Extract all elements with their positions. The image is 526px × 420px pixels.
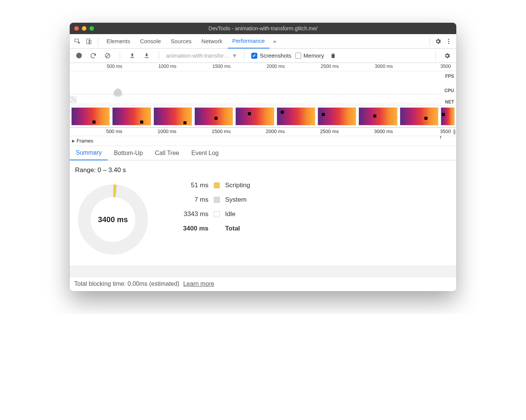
- overview-fps-label: FPS: [445, 74, 454, 79]
- checkbox-unchecked-icon: [295, 53, 301, 59]
- screenshot-thumb[interactable]: [400, 107, 438, 125]
- details-subtabs: Summary Bottom-Up Call Tree Event Log: [70, 146, 456, 160]
- scrollbar-thumb[interactable]: [453, 129, 456, 135]
- tab-label: Sources: [171, 38, 192, 44]
- performance-toolbar: animation-with-transfor… ▼ ✔ Screenshots…: [70, 49, 456, 63]
- separator: [159, 51, 159, 60]
- separator: [120, 51, 120, 60]
- tabs-overflow-button[interactable]: »: [270, 34, 279, 49]
- timeline-overview[interactable]: 500 ms 1000 ms 1500 ms 2000 ms 2500 ms 3…: [70, 63, 456, 128]
- summary-range: Range: 0 – 3.40 s: [75, 166, 451, 174]
- summary-legend: 51 ms Scripting 7 ms System 3343 ms Idle…: [178, 182, 250, 232]
- summary-donut-chart: 3400 ms: [75, 182, 151, 257]
- legend-label: System: [225, 196, 250, 204]
- device-toolbar-icon[interactable]: [83, 36, 94, 47]
- summary-panel: Range: 0 – 3.40 s 3400 ms 51 ms Scriptin…: [70, 160, 456, 266]
- minimize-window-button[interactable]: [82, 26, 86, 31]
- overview-ruler: 500 ms 1000 ms 1500 ms 2000 ms 2500 ms 3…: [70, 63, 456, 71]
- screenshot-thumb[interactable]: [153, 107, 192, 125]
- overview-divider: [70, 94, 441, 94]
- filmstrip: [70, 105, 456, 127]
- learn-more-link[interactable]: Learn more: [183, 281, 214, 287]
- kebab-menu-icon[interactable]: [443, 36, 454, 47]
- flamechart-area[interactable]: 500 ms 1000 ms 1500 ms 2000 ms 2500 ms 3…: [70, 128, 456, 146]
- record-button[interactable]: [74, 50, 84, 61]
- ruler-tick: 500 ms: [106, 129, 124, 134]
- memory-checkbox[interactable]: Memory: [295, 52, 324, 59]
- flamechart-ruler: 500 ms 1000 ms 1500 ms 2000 ms 2500 ms 3…: [70, 128, 456, 136]
- checkbox-checked-icon: ✔: [251, 53, 257, 59]
- subtab-label: Event Log: [191, 150, 219, 157]
- screenshot-thumb[interactable]: [235, 107, 274, 125]
- screenshots-checkbox[interactable]: ✔ Screenshots: [251, 52, 291, 59]
- titlebar: DevTools - animation-with-transform.glit…: [70, 23, 456, 34]
- screenshot-thumb[interactable]: [318, 107, 356, 125]
- separator: [429, 37, 430, 46]
- legend-label: Scripting: [225, 182, 250, 189]
- tab-label: Elements: [106, 38, 130, 44]
- inspect-element-icon[interactable]: [72, 36, 83, 47]
- ruler-tick: 1500 ms: [212, 129, 232, 134]
- screenshot-thumb[interactable]: [277, 107, 315, 125]
- footer-bar: Total blocking time: 0.00ms (estimated) …: [70, 276, 456, 291]
- screenshot-thumb[interactable]: [358, 107, 397, 125]
- screenshot-thumb[interactable]: [71, 107, 110, 125]
- subtab-call-tree[interactable]: Call Tree: [149, 146, 185, 160]
- legend-value: 3343 ms: [178, 210, 208, 218]
- subtab-summary[interactable]: Summary: [70, 146, 108, 160]
- save-profile-button[interactable]: [141, 50, 152, 61]
- close-window-button[interactable]: [74, 26, 79, 31]
- recording-selector-label: animation-with-transfor…: [166, 52, 230, 59]
- ruler-tick: 2500 ms: [321, 64, 340, 69]
- tab-network[interactable]: Network: [197, 34, 227, 49]
- screenshot-thumb[interactable]: [112, 107, 151, 125]
- overview-cpu-label: CPU: [445, 88, 454, 93]
- zoom-window-button[interactable]: [89, 26, 94, 31]
- tab-sources[interactable]: Sources: [166, 34, 196, 49]
- tab-label: Console: [140, 38, 161, 44]
- svg-rect-2: [89, 40, 91, 44]
- collect-garbage-button[interactable]: [328, 50, 338, 61]
- ruler-tick: 3000 ms: [374, 129, 394, 134]
- clear-button[interactable]: [102, 50, 113, 61]
- recording-selector[interactable]: animation-with-transfor… ▼: [166, 52, 237, 59]
- subtab-bottom-up[interactable]: Bottom-Up: [108, 146, 149, 160]
- legend-label: Idle: [225, 210, 250, 218]
- overview-lanes: FPS CPU NET: [70, 71, 456, 105]
- frames-track-header[interactable]: ▶ Frames: [70, 136, 456, 146]
- svg-point-4: [448, 41, 449, 42]
- ruler-tick: 3000 ms: [375, 64, 394, 69]
- svg-rect-7: [130, 57, 135, 58]
- screenshots-label: Screenshots: [260, 52, 291, 59]
- ruler-tick: 3500 r: [440, 129, 452, 140]
- separator: [435, 51, 436, 60]
- tab-performance[interactable]: Performance: [228, 34, 269, 49]
- caret-down-icon: ▼: [232, 52, 238, 59]
- screenshot-thumb[interactable]: [194, 107, 233, 125]
- subtab-event-log[interactable]: Event Log: [185, 146, 225, 160]
- legend-value: 7 ms: [178, 196, 208, 204]
- legend-total-value: 3400 ms: [178, 225, 208, 232]
- record-icon: [76, 53, 82, 58]
- svg-point-5: [448, 42, 449, 44]
- capture-settings-icon[interactable]: [442, 50, 452, 61]
- load-profile-button[interactable]: [127, 50, 138, 61]
- chevron-double-right-icon: »: [273, 38, 276, 44]
- traffic-lights: [74, 26, 94, 31]
- subtab-label: Summary: [76, 149, 102, 156]
- overview-divider: [70, 104, 441, 104]
- screenshot-thumb[interactable]: [441, 107, 455, 125]
- svg-point-3: [448, 39, 449, 40]
- legend-total-label: Total: [225, 225, 250, 232]
- memory-label: Memory: [304, 52, 324, 59]
- disclosure-triangle-icon: ▶: [72, 139, 75, 143]
- reload-button[interactable]: [88, 50, 99, 61]
- tab-console[interactable]: Console: [136, 34, 166, 49]
- ruler-tick: 2000 ms: [266, 64, 286, 69]
- overview-hatch: [70, 96, 77, 103]
- main-tabs-bar: Elements Console Sources Network Perform…: [70, 34, 456, 49]
- tab-elements[interactable]: Elements: [102, 34, 135, 49]
- subtab-label: Bottom-Up: [114, 150, 142, 157]
- ruler-tick: 1000 ms: [158, 64, 178, 69]
- settings-icon[interactable]: [433, 36, 443, 47]
